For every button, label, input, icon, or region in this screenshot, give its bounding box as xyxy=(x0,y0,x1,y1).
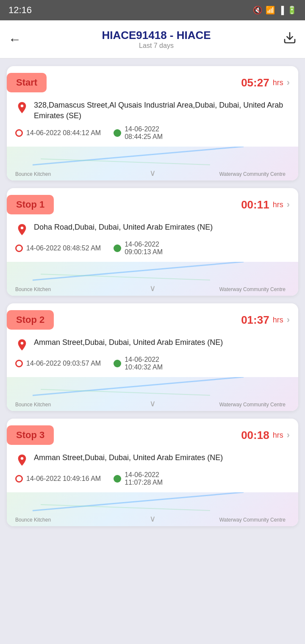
chevron-right-icon-start: › xyxy=(287,77,290,88)
map-label-left-stop1: Bounce Kitchen xyxy=(15,286,51,292)
start-time-text-stop2: 14-06-2022 09:03:57 AM xyxy=(26,360,101,367)
card-body-start: 328,Damascus Street,Al Qusais Industrial… xyxy=(7,97,298,141)
trip-card-stop3[interactable]: Stop 3 00:18 hrs › Amman Street,Dubai, D… xyxy=(7,419,298,526)
time-row-stop3: 14-06-2022 10:49:16 AM 14-06-202211:07:2… xyxy=(15,471,290,486)
location-row-stop1: Doha Road,Dubai, Dubai, United Arab Emir… xyxy=(15,222,290,236)
map-label-right-stop2: Waterway Community Centre xyxy=(219,402,286,408)
duration-unit-start: hrs xyxy=(273,78,283,87)
location-pin-icon-stop1 xyxy=(15,223,29,236)
card-header-stop2: Stop 2 01:37 hrs › xyxy=(7,303,298,335)
card-header-stop1: Stop 1 00:11 hrs › xyxy=(7,188,298,219)
end-time-text-start: 14-06-202208:44:25 AM xyxy=(125,125,163,141)
battery-icon: 🔋 xyxy=(287,6,297,15)
page-title: HIACE91418 - HIACE xyxy=(30,29,283,42)
trip-list: Start 05:27 hrs › 328,Damascus Street,Al… xyxy=(0,58,305,534)
start-dot-stop2 xyxy=(15,360,23,367)
start-time-text-stop3: 14-06-2022 10:49:16 AM xyxy=(26,475,101,483)
end-time-text-stop2: 14-06-202210:40:32 AM xyxy=(125,356,163,371)
badge-stop2: Stop 2 xyxy=(7,310,54,330)
start-dot-stop1 xyxy=(15,244,23,252)
back-button[interactable]: ← xyxy=(8,32,21,47)
end-time-stop3: 14-06-202211:07:28 AM xyxy=(114,471,163,486)
end-time-stop1: 14-06-202209:00:13 AM xyxy=(114,241,163,256)
map-label-right-start: Waterway Community Centre xyxy=(219,171,286,177)
duration-value-stop1: 00:11 xyxy=(241,198,269,211)
chevron-right-icon-stop1: › xyxy=(287,199,290,210)
chevron-down-icon-start: ∨ xyxy=(150,168,156,178)
card-body-stop1: Doha Road,Dubai, Dubai, United Arab Emir… xyxy=(7,219,298,256)
start-time-stop3: 14-06-2022 10:49:16 AM xyxy=(15,475,101,483)
status-bar: 12:16 🔇 📶 ▐ 🔋 xyxy=(0,0,305,20)
start-dot-start xyxy=(15,129,23,137)
map-label-right-stop3: Waterway Community Centre xyxy=(219,517,286,523)
duration-unit-stop1: hrs xyxy=(273,200,283,209)
map-label-left-stop3: Bounce Kitchen xyxy=(15,517,51,523)
start-dot-stop3 xyxy=(15,475,23,483)
page-subtitle: Last 7 days xyxy=(30,42,283,50)
location-pin-icon-stop2 xyxy=(15,338,29,352)
download-button[interactable] xyxy=(283,31,297,47)
end-dot-start xyxy=(114,129,121,137)
map-thumbnail-stop3: Bounce Kitchen Waterway Community Centre… xyxy=(7,492,298,526)
badge-start: Start xyxy=(7,73,47,92)
end-time-stop2: 14-06-202210:40:32 AM xyxy=(114,356,163,371)
duration-start: 05:27 hrs › xyxy=(241,76,290,89)
start-time-text-start: 14-06-2022 08:44:12 AM xyxy=(26,129,101,137)
location-pin-icon-start xyxy=(15,101,29,114)
start-time-start: 14-06-2022 08:44:12 AM xyxy=(15,129,101,137)
duration-stop1: 00:11 hrs › xyxy=(241,198,290,211)
trip-card-stop2[interactable]: Stop 2 01:37 hrs › Amman Street,Dubai, D… xyxy=(7,303,298,411)
location-row-stop2: Amman Street,Dubai, Dubai, United Arab E… xyxy=(15,337,290,352)
signal-icon: ▐ xyxy=(278,6,284,15)
card-body-stop3: Amman Street,Dubai, Dubai, United Arab E… xyxy=(7,450,298,486)
duration-stop3: 00:18 hrs › xyxy=(241,429,290,442)
status-time: 12:16 xyxy=(8,5,32,16)
chevron-right-icon-stop2: › xyxy=(287,314,290,325)
map-label-left-stop2: Bounce Kitchen xyxy=(15,402,51,408)
card-header-stop3: Stop 3 00:18 hrs › xyxy=(7,419,298,450)
end-dot-stop1 xyxy=(114,244,121,252)
badge-stop3: Stop 3 xyxy=(7,425,54,445)
card-body-stop2: Amman Street,Dubai, Dubai, United Arab E… xyxy=(7,335,298,371)
duration-value-start: 05:27 xyxy=(241,76,269,89)
chevron-down-icon-stop3: ∨ xyxy=(150,514,156,524)
location-text-start: 328,Damascus Street,Al Qusais Industrial… xyxy=(34,100,290,121)
duration-value-stop2: 01:37 xyxy=(241,314,269,327)
location-row-start: 328,Damascus Street,Al Qusais Industrial… xyxy=(15,100,290,121)
trip-card-start[interactable]: Start 05:27 hrs › 328,Damascus Street,Al… xyxy=(7,66,298,180)
mute-icon: 🔇 xyxy=(253,6,262,15)
start-time-stop1: 14-06-2022 08:48:52 AM xyxy=(15,244,101,252)
time-row-start: 14-06-2022 08:44:12 AM 14-06-202208:44:2… xyxy=(15,125,290,141)
location-text-stop2: Amman Street,Dubai, Dubai, United Arab E… xyxy=(34,337,223,348)
end-time-start: 14-06-202208:44:25 AM xyxy=(114,125,163,141)
time-row-stop2: 14-06-2022 09:03:57 AM 14-06-202210:40:3… xyxy=(15,356,290,371)
header-title-section: HIACE91418 - HIACE Last 7 days xyxy=(30,29,283,50)
location-pin-icon-stop3 xyxy=(15,453,29,467)
chevron-down-icon-stop1: ∨ xyxy=(150,283,156,293)
end-dot-stop2 xyxy=(114,360,121,367)
location-row-stop3: Amman Street,Dubai, Dubai, United Arab E… xyxy=(15,452,290,467)
map-thumbnail-stop2: Bounce Kitchen Waterway Community Centre… xyxy=(7,377,298,411)
chevron-down-icon-stop2: ∨ xyxy=(150,398,156,408)
duration-unit-stop2: hrs xyxy=(273,316,283,325)
card-header-start: Start 05:27 hrs › xyxy=(7,66,298,97)
map-label-left-start: Bounce Kitchen xyxy=(15,171,51,177)
trip-card-stop1[interactable]: Stop 1 00:11 hrs › Doha Road,Dubai, Duba… xyxy=(7,188,298,296)
location-text-stop3: Amman Street,Dubai, Dubai, United Arab E… xyxy=(34,452,223,463)
map-thumbnail-start: Bounce Kitchen Waterway Community Centre… xyxy=(7,147,298,180)
map-thumbnail-stop1: Bounce Kitchen Waterway Community Centre… xyxy=(7,262,298,296)
app-header: ← HIACE91418 - HIACE Last 7 days xyxy=(0,20,305,58)
location-text-stop1: Doha Road,Dubai, Dubai, United Arab Emir… xyxy=(34,222,213,233)
duration-value-stop3: 00:18 xyxy=(241,429,269,442)
end-time-text-stop1: 14-06-202209:00:13 AM xyxy=(125,241,163,256)
status-icons: 🔇 📶 ▐ 🔋 xyxy=(253,6,297,15)
map-label-right-stop1: Waterway Community Centre xyxy=(219,286,286,292)
wifi-icon: 📶 xyxy=(266,6,275,15)
badge-stop1: Stop 1 xyxy=(7,195,54,214)
end-dot-stop3 xyxy=(114,475,121,483)
duration-unit-stop3: hrs xyxy=(273,431,283,440)
start-time-stop2: 14-06-2022 09:03:57 AM xyxy=(15,360,101,367)
start-time-text-stop1: 14-06-2022 08:48:52 AM xyxy=(26,244,101,252)
time-row-stop1: 14-06-2022 08:48:52 AM 14-06-202209:00:1… xyxy=(15,241,290,256)
chevron-right-icon-stop3: › xyxy=(287,430,290,441)
